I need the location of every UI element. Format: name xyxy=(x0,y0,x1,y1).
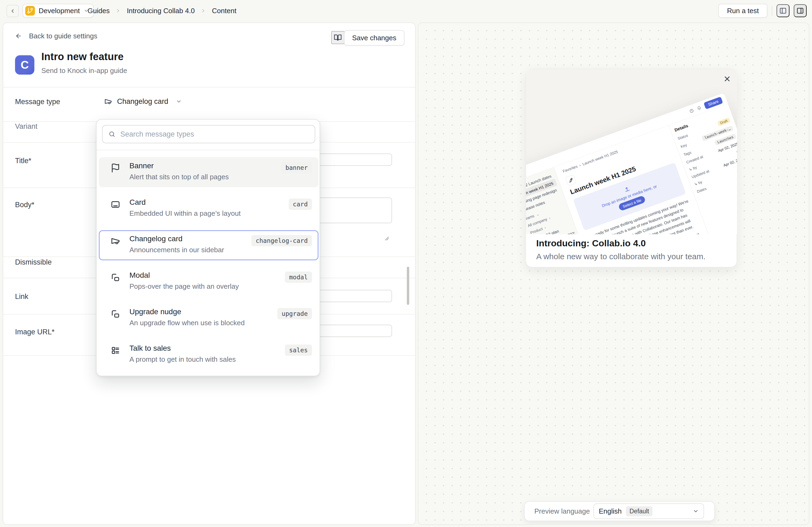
option-description: Embedded UI within a page’s layout xyxy=(129,209,241,217)
close-icon[interactable] xyxy=(723,75,731,83)
breadcrumb-content[interactable]: Content xyxy=(212,7,236,15)
chevron-right-icon xyxy=(201,8,206,13)
changelog-preview-card: Share 2025 Q2 Launch datesLaunch week H1… xyxy=(526,69,737,267)
chevron-down-icon xyxy=(693,508,699,514)
guide-avatar: C xyxy=(15,55,34,75)
arrow-left-icon xyxy=(15,32,22,40)
option-name: Banner xyxy=(129,162,229,170)
option-name: Upgrade nudge xyxy=(129,307,245,316)
chevron-left-icon xyxy=(10,8,16,14)
panel-right-icon xyxy=(796,7,804,15)
message-type-search[interactable] xyxy=(102,125,315,143)
toggle-right-panel-button[interactable] xyxy=(794,4,807,17)
environment-switcher[interactable]: Development xyxy=(23,4,94,18)
option-name: Modal xyxy=(129,271,239,280)
option-name: Changelog card xyxy=(129,235,224,243)
preview-language-label: Preview language xyxy=(534,507,590,515)
option-key-badge: card xyxy=(289,199,312,210)
breadcrumb-guides[interactable]: Guides xyxy=(88,7,110,15)
list-icon xyxy=(111,346,120,355)
option-key-badge: banner xyxy=(281,162,312,174)
preview-card-subtitle: A whole new way to collaborate with your… xyxy=(536,252,706,261)
option-key-badge: changelog-card xyxy=(251,235,312,246)
breadcrumb: Guides Introducing Collab 4.0 Content xyxy=(88,0,236,21)
message-type-value: Changelog card xyxy=(117,97,168,106)
body-label: Body* xyxy=(15,201,34,209)
upload-icon xyxy=(623,185,630,193)
preview-image-area: Share 2025 Q2 Launch datesLaunch week H1… xyxy=(526,69,737,234)
preview-panel: Share 2025 Q2 Launch datesLaunch week H1… xyxy=(418,22,809,525)
preview-card-title: Introducing: Collab.io 4.0 xyxy=(536,238,646,249)
toolbar-divider xyxy=(772,6,772,16)
resize-handle-icon[interactable] xyxy=(382,234,389,241)
git-branch-icon xyxy=(25,6,35,16)
message-type-option-modal[interactable]: ModalPops-over the page with an overlay … xyxy=(99,267,318,297)
chevron-right-icon xyxy=(115,8,121,13)
history-back-button[interactable] xyxy=(6,5,19,17)
search-icon xyxy=(108,131,115,138)
back-to-guide-settings-link[interactable]: Back to guide settings xyxy=(15,27,97,45)
message-type-popover: BannerAlert that sits on top of all page… xyxy=(96,119,320,376)
option-description: An upgrade flow when use is blocked xyxy=(129,319,245,327)
message-type-select[interactable]: Changelog card xyxy=(104,94,182,109)
run-test-button[interactable]: Run a test xyxy=(718,4,767,18)
option-description: A prompt to get in touch with sales xyxy=(129,355,236,364)
message-type-option-upgrade[interactable]: Upgrade nudgeAn upgrade flow when use is… xyxy=(99,303,318,333)
toggle-left-panel-button[interactable] xyxy=(777,4,789,17)
embedded-screenshot: Share 2025 Q2 Launch datesLaunch week H1… xyxy=(526,93,737,234)
language-value: English xyxy=(599,507,622,515)
preview-language-select[interactable]: English Default xyxy=(593,503,704,519)
guide-title: Intro new feature xyxy=(41,51,124,62)
app-root: { "colors": { "accent":"#5065d6", "selec… xyxy=(0,0,812,527)
breadcrumb-guide-name[interactable]: Introducing Collab 4.0 xyxy=(127,7,195,15)
search-input[interactable] xyxy=(120,130,309,138)
modal-icon xyxy=(111,273,120,282)
option-key-badge: sales xyxy=(285,345,312,356)
message-type-option-banner[interactable]: BannerAlert that sits on top of all page… xyxy=(99,157,318,187)
panel-left-icon xyxy=(779,7,787,15)
variant-label: Variant xyxy=(15,122,38,131)
title-label: Title* xyxy=(15,157,31,165)
image-url-label: Image URL* xyxy=(15,328,55,336)
back-link-label: Back to guide settings xyxy=(29,32,97,40)
top-bar-actions: Run a test xyxy=(718,0,807,21)
option-name: Card xyxy=(129,198,241,207)
guide-subtitle: Send to Knock in-app guide xyxy=(41,66,127,75)
message-type-option-changelog-card[interactable]: Changelog cardAnnouncements in our sideb… xyxy=(99,230,318,260)
docs-button[interactable] xyxy=(331,31,344,44)
option-name: Talk to sales xyxy=(129,344,236,352)
option-description: Announcements in our sidebar xyxy=(129,246,224,254)
embedded-body: 2025 Q2 Launch datesLaunch week H1 2025L… xyxy=(526,104,737,234)
rocket-icon xyxy=(565,175,577,186)
flag-icon xyxy=(111,163,120,173)
message-type-option-card[interactable]: CardEmbedded UI within a page’s layout c… xyxy=(99,194,318,224)
option-key-badge: upgrade xyxy=(277,308,312,319)
bell-icon xyxy=(696,105,702,111)
divider xyxy=(3,87,415,88)
history-icon xyxy=(689,108,694,114)
link-label: Link xyxy=(15,292,28,301)
card-icon xyxy=(111,200,120,209)
option-description: Pops-over the page with an overlay xyxy=(129,282,239,291)
option-description: Alert that sits on top of all pages xyxy=(129,173,229,181)
message-type-option-sales[interactable]: Talk to salesA prompt to get in touch wi… xyxy=(99,340,318,370)
save-button[interactable]: Save changes xyxy=(344,30,404,46)
scrollbar-thumb[interactable] xyxy=(407,267,409,305)
megaphone-icon xyxy=(104,97,112,105)
chevron-down-icon xyxy=(176,99,182,104)
megaphone-icon xyxy=(111,236,120,246)
top-bar: Development Guides Introducing Collab 4.… xyxy=(0,0,812,21)
editor-toolbar: Back to guide settings Save changes xyxy=(3,27,415,45)
preview-language-bar: Preview language English Default xyxy=(524,501,715,521)
book-open-icon xyxy=(334,33,342,42)
upgrade-icon xyxy=(111,309,120,319)
language-variant-badge: Default xyxy=(626,506,653,516)
dismissible-label: Dismissible xyxy=(15,258,52,267)
environment-label: Development xyxy=(39,7,80,15)
divider xyxy=(97,150,320,150)
message-type-label: Message type xyxy=(15,98,60,106)
option-key-badge: modal xyxy=(285,272,312,283)
